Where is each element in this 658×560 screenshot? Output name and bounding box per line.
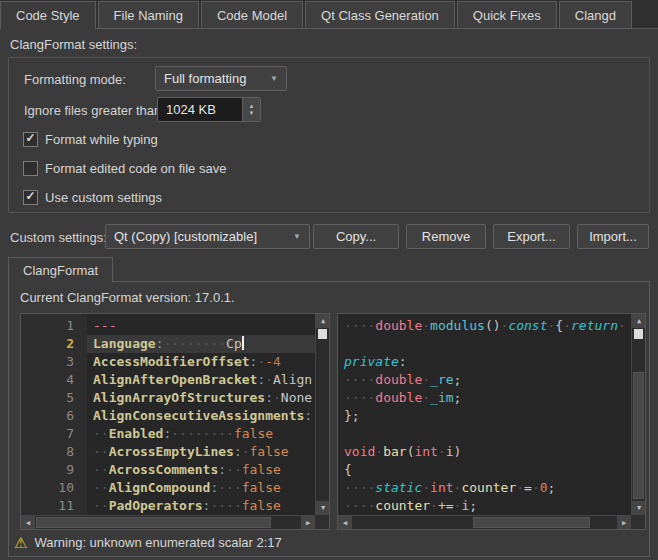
horizontal-scrollbar[interactable]: ◀ ▶: [338, 515, 631, 529]
scrollbar-corner: [631, 515, 645, 529]
spin-up-icon[interactable]: ▲: [249, 103, 255, 110]
token-ws: ·: [618, 318, 626, 333]
scroll-left-icon[interactable]: ◀: [338, 516, 352, 530]
token-ws: ·: [273, 390, 281, 405]
tab-code-model[interactable]: Code Model: [201, 1, 303, 28]
token-ws: ··: [93, 426, 109, 441]
vertical-scrollbar[interactable]: ▲ ▼: [631, 314, 645, 515]
custom-settings-select[interactable]: Qt (Copy) [customizable] ▼: [105, 224, 310, 249]
code-line: Language:········Cp: [87, 335, 315, 353]
custom-settings-label: Custom settings:: [10, 230, 107, 245]
token-kw2: return: [571, 318, 618, 333]
spinbox-arrows[interactable]: ▲▼: [242, 98, 260, 121]
line-number: 5: [21, 389, 87, 407]
token-ws: ··: [93, 444, 109, 459]
scrollbar-handle[interactable]: [36, 517, 271, 528]
token-punc: ;: [454, 372, 462, 387]
token-punc: (): [485, 318, 501, 333]
code-line: ··Enabled:········false: [87, 425, 315, 443]
remove-button[interactable]: Remove: [406, 224, 486, 249]
scrollbar-handle[interactable]: [318, 329, 327, 339]
cpp-preview-editor[interactable]: ····double·modulus()·const·{·return·priv…: [337, 313, 646, 530]
ignore-files-spinbox[interactable]: 1024 KB ▲▼: [157, 97, 261, 122]
token-ws: ·: [422, 480, 430, 495]
token-ws: ·: [265, 372, 273, 387]
ignore-files-value: 1024 KB: [158, 102, 242, 117]
yaml-config-editor[interactable]: 1234567891011 ---Language:········CpAcce…: [20, 313, 330, 530]
checkbox-format-while-typing[interactable]: ✓ Format while typing: [23, 131, 158, 147]
line-number: 2: [21, 335, 87, 353]
tab-qt-class-generation[interactable]: Qt Class Generation: [305, 1, 455, 28]
token-key: AlignConsecutiveAssignments: [93, 408, 304, 423]
import-button[interactable]: Import...: [577, 224, 649, 249]
scroll-up-icon[interactable]: ▲: [316, 314, 330, 328]
code-line: ··AlignCompound:···false: [87, 479, 315, 497]
scroll-down-icon[interactable]: ▼: [632, 501, 646, 515]
copy-button[interactable]: Copy...: [313, 224, 399, 249]
token-key: AcrossComments: [109, 462, 219, 477]
checkbox-icon[interactable]: ✓: [23, 132, 38, 147]
token-col: :: [304, 408, 312, 423]
token-ws: ···: [218, 480, 241, 495]
ignore-files-label: Ignore files greater than:: [24, 103, 165, 118]
tab-file-naming[interactable]: File Naming: [98, 1, 199, 28]
line-number-gutter: 1234567891011: [21, 314, 87, 515]
token-ws: ·: [242, 444, 250, 459]
token-key: AcrossEmptyLines: [109, 444, 234, 459]
scrollbar-handle[interactable]: [633, 372, 644, 499]
checkbox-icon[interactable]: ✓: [23, 190, 38, 205]
tab-clangd[interactable]: Clangd: [559, 1, 632, 28]
code-line: AlignConsecutiveAssignments:: [87, 407, 315, 425]
token-punc: ;: [469, 498, 477, 513]
token-col: :: [234, 444, 242, 459]
export-button[interactable]: Export...: [493, 224, 570, 249]
token-ws: ·: [438, 444, 446, 459]
scroll-down-icon[interactable]: ▼: [316, 501, 330, 515]
checkbox-format-on-save[interactable]: ✓ Format edited code on file save: [23, 160, 226, 176]
clangformat-settings-label: ClangFormat settings:: [10, 37, 137, 52]
token-kw: int: [414, 444, 437, 459]
token-punc: };: [344, 408, 360, 423]
checkbox-use-custom-settings[interactable]: ✓ Use custom settings: [23, 189, 162, 205]
code-line: ··AcrossComments:··false: [87, 461, 315, 479]
code-line: ····static·int·counter·=·0;: [338, 479, 631, 497]
code-line: void·bar(int·i): [338, 443, 631, 461]
token-ws: ··: [93, 462, 109, 477]
clangformat-version-text: Current ClangFormat version: 17.0.1.: [20, 290, 235, 305]
code-line: ····double·_re;: [338, 371, 631, 389]
tab-quick-fixes[interactable]: Quick Fixes: [457, 1, 557, 28]
scroll-right-icon[interactable]: ▶: [617, 516, 631, 530]
token-kw2: const: [508, 318, 547, 333]
token-key: AccessModifierOffset: [93, 354, 250, 369]
checkbox-icon[interactable]: ✓: [23, 161, 38, 176]
scrollbar-handle[interactable]: [473, 517, 590, 528]
line-number: 3: [21, 353, 87, 371]
spin-down-icon[interactable]: ▼: [249, 110, 255, 117]
tab-code-style[interactable]: Code Style: [0, 1, 96, 29]
token-ws: ····: [344, 480, 375, 495]
formatting-mode-select[interactable]: Full formatting ▼: [155, 66, 287, 91]
yaml-code-area[interactable]: ---Language:········CpAccessModifierOffs…: [87, 314, 315, 515]
code-line: [338, 425, 631, 443]
cpp-code-area[interactable]: ····double·modulus()·const·{·return·priv…: [338, 314, 631, 515]
token-bool: false: [234, 426, 273, 441]
code-line: AccessModifierOffset:·-4: [87, 353, 315, 371]
token-mem: _re: [430, 372, 453, 387]
custom-settings-value: Qt (Copy) [customizable]: [114, 229, 257, 244]
scroll-up-icon[interactable]: ▲: [632, 314, 646, 328]
checkbox-label: Format edited code on file save: [45, 161, 226, 176]
token-val: Cp: [226, 336, 242, 351]
warning-icon: ⚠: [14, 535, 27, 550]
tab-clangformat[interactable]: ClangFormat: [8, 257, 113, 282]
horizontal-scrollbar[interactable]: ◀ ▶: [21, 515, 315, 529]
token-ws: ·: [532, 480, 540, 495]
scrollbar-handle[interactable]: [634, 329, 643, 339]
token-key: AlignCompound: [109, 480, 211, 495]
code-line: ····double·modulus()·const·{·return·: [338, 317, 631, 335]
scroll-right-icon[interactable]: ▶: [301, 516, 315, 530]
token-mem: _im: [430, 390, 453, 405]
token-punc: ;: [548, 480, 556, 495]
token-punc: =: [524, 480, 532, 495]
scroll-left-icon[interactable]: ◀: [21, 516, 35, 530]
vertical-scrollbar[interactable]: ▲ ▼: [315, 314, 329, 515]
